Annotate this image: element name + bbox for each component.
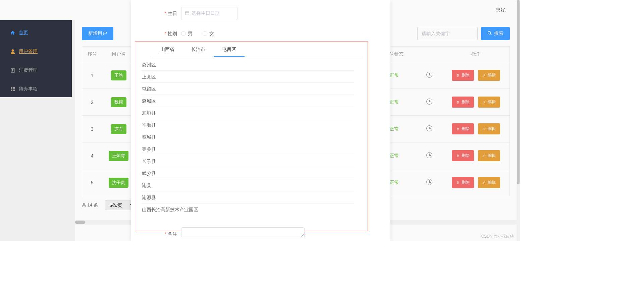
user-form-modal: *生日 选择生日日期 *性别 男 女 山西省 长治市 屯留区 潞州区上党区屯留区… bbox=[131, 0, 390, 241]
region-option[interactable]: 潞城区 bbox=[141, 95, 354, 107]
calendar-icon bbox=[185, 11, 190, 16]
region-list: 潞州区上党区屯留区潞城区襄垣县平顺县黎城县壶关县长子县武乡县沁县沁源县山西长治高… bbox=[141, 59, 354, 216]
svg-rect-6 bbox=[185, 11, 189, 14]
region-option[interactable]: 潞州区 bbox=[141, 59, 354, 71]
region-option[interactable]: 武乡县 bbox=[141, 167, 354, 179]
region-option[interactable]: 屯留区 bbox=[141, 83, 354, 95]
radio-female[interactable]: 女 bbox=[203, 27, 214, 40]
form-row-remark: *备注 bbox=[131, 227, 390, 241]
region-tab-province[interactable]: 山西省 bbox=[152, 42, 183, 57]
gender-label: 性别 bbox=[168, 31, 177, 36]
region-option[interactable]: 沁源县 bbox=[141, 191, 354, 203]
region-option[interactable]: 长子县 bbox=[141, 155, 354, 167]
region-option[interactable]: 襄垣县 bbox=[141, 107, 354, 119]
region-option[interactable]: 山西长治高新技术产业园区 bbox=[141, 203, 354, 216]
remark-label: 备注 bbox=[168, 231, 177, 237]
region-selector: 山西省 长治市 屯留区 潞州区上党区屯留区潞城区襄垣县平顺县黎城县壶关县长子县武… bbox=[135, 42, 368, 231]
region-tab-city[interactable]: 长治市 bbox=[183, 42, 214, 57]
region-option[interactable]: 黎城县 bbox=[141, 131, 354, 143]
radio-male[interactable]: 男 bbox=[181, 27, 193, 40]
birthday-input[interactable]: 选择生日日期 bbox=[181, 7, 237, 20]
csdn-watermark: CSDN @小花皮猪 bbox=[481, 234, 514, 239]
region-option[interactable]: 壶关县 bbox=[141, 143, 354, 155]
vertical-scrollbar[interactable] bbox=[517, 0, 520, 241]
remark-textarea[interactable] bbox=[181, 227, 305, 237]
region-option[interactable]: 沁县 bbox=[141, 179, 354, 191]
region-option[interactable]: 上党区 bbox=[141, 71, 354, 83]
form-row-gender: *性别 男 女 bbox=[131, 23, 390, 44]
birthday-label: 生日 bbox=[168, 11, 177, 16]
region-tabs: 山西省 长治市 屯留区 bbox=[152, 42, 363, 57]
region-option[interactable]: 平顺县 bbox=[141, 119, 354, 131]
region-tab-district[interactable]: 屯留区 bbox=[214, 42, 245, 57]
birthday-placeholder: 选择生日日期 bbox=[192, 10, 220, 16]
form-row-birthday: *生日 选择生日日期 bbox=[131, 3, 390, 23]
